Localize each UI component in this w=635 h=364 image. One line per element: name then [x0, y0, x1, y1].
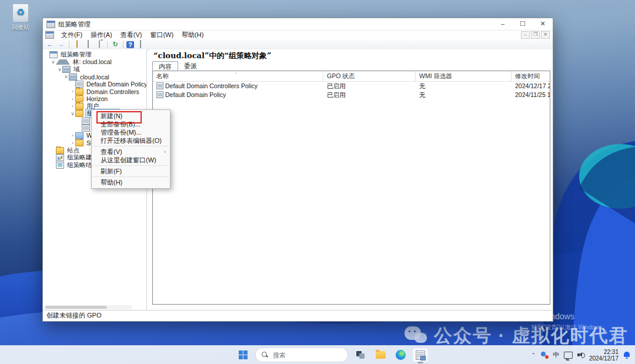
gpo-icon: [82, 118, 90, 125]
table-row[interactable]: Default Domain Policy 已启用 无 2024/11/25 1…: [153, 91, 550, 99]
chevron-down-icon[interactable]: ∨: [63, 74, 69, 79]
tray-user-status-icon[interactable]: [540, 352, 548, 358]
menu-window[interactable]: 窗口(W): [146, 31, 178, 39]
modeling-icon: [56, 154, 64, 161]
console-tree-icon[interactable]: [83, 41, 93, 49]
search-icon: [262, 352, 268, 358]
gpo-list: 名称 ˆ GPO 状态 WMI 筛选器 修改时间 Default Domain …: [152, 71, 550, 305]
tray-overflow-chevron[interactable]: ⌃: [531, 352, 536, 358]
child-close-button[interactable]: ✕: [541, 31, 550, 39]
network-icon[interactable]: [564, 352, 573, 359]
tab-delegation[interactable]: 委派: [178, 61, 203, 71]
menu-view[interactable]: 查看(V): [116, 31, 146, 39]
ime-indicator[interactable]: 中: [553, 350, 559, 359]
column-header-modified[interactable]: 修改时间: [512, 71, 550, 81]
search-input[interactable]: [272, 351, 327, 359]
ou-folder-icon: [75, 88, 83, 95]
results-tabs: 内容 委派: [152, 61, 203, 71]
forward-icon[interactable]: →: [56, 41, 66, 49]
chevron-right-icon[interactable]: ›: [70, 133, 75, 138]
menu-help[interactable]: 帮助(H): [178, 31, 208, 39]
sort-ascending-icon: ˆ: [235, 71, 237, 79]
domains-icon: [62, 66, 71, 73]
minimize-button[interactable]: –: [493, 18, 513, 30]
back-icon[interactable]: ←: [45, 41, 55, 49]
console-icon: [45, 31, 54, 39]
edge-icon: [396, 350, 406, 360]
tab-contents[interactable]: 内容: [152, 61, 178, 71]
sites-folder-icon: [56, 147, 64, 154]
menu-item-open-migration-table-editor[interactable]: 打开迁移表编辑器(O): [92, 136, 170, 145]
notification-bell-icon[interactable]: [623, 351, 630, 359]
task-view-button[interactable]: [353, 348, 368, 362]
taskbar-search[interactable]: [255, 348, 348, 362]
gpo-icon: [82, 125, 90, 132]
tree-item-domain-cloud-local[interactable]: ∨ cloud.local: [43, 74, 146, 81]
tree-item-horizon[interactable]: › Horizon: [43, 95, 146, 103]
menu-item-view[interactable]: 查看(V) ›: [92, 148, 170, 156]
list-header: 名称 ˆ GPO 状态 WMI 筛选器 修改时间: [153, 71, 550, 82]
child-restore-button[interactable]: ❐: [531, 31, 540, 39]
close-button[interactable]: ✕: [533, 18, 553, 30]
ou-folder-icon: [75, 95, 83, 102]
chevron-right-icon[interactable]: ›: [70, 96, 75, 102]
table-row[interactable]: Default Domain Controllers Policy 已启用 无 …: [153, 82, 550, 90]
folder-icon: [376, 351, 386, 359]
task-view-icon: [356, 351, 365, 359]
tree-item-domain-controllers[interactable]: › Domain Controllers: [43, 88, 146, 96]
chevron-right-icon[interactable]: ›: [70, 141, 75, 146]
recycle-bin-icon: [12, 4, 29, 22]
menu-separator: [93, 165, 169, 166]
column-header-name[interactable]: 名称 ˆ: [153, 71, 323, 81]
chevron-right-icon[interactable]: ›: [70, 103, 75, 109]
menu-file[interactable]: 文件(F): [57, 31, 86, 39]
wmi-folder-icon: [75, 132, 83, 139]
menu-action[interactable]: 操作(A): [86, 31, 116, 39]
start-button[interactable]: [235, 348, 250, 362]
window-titlebar[interactable]: 组策略管理 – ☐ ✕: [43, 18, 553, 30]
results-pane: “cloud.local”中的“组策略对象” 内容 委派 名称 ˆ GPO 状态…: [149, 49, 553, 310]
tray-date: 2024/12/17: [589, 355, 619, 362]
gpo-icon: [156, 91, 163, 98]
column-header-gpo-status[interactable]: GPO 状态: [323, 71, 416, 81]
maximize-button[interactable]: ☐: [513, 18, 533, 30]
wechat-icon: [405, 325, 428, 346]
menu-item-manage-backups[interactable]: 管理备份(M)...: [92, 128, 170, 136]
recycle-bin-shortcut[interactable]: 回收站: [4, 4, 38, 34]
tree-horizontal-scrollbar[interactable]: [44, 305, 132, 309]
chevron-right-icon[interactable]: ›: [70, 89, 75, 94]
new-window-icon[interactable]: [136, 41, 145, 49]
desktop: 回收站 公众号 · 虚拟化时代君 组策略管理 – ☐ ✕ 文件(F) 操作(A)…: [0, 0, 635, 364]
child-minimize-button[interactable]: –: [521, 31, 530, 39]
starter-gpo-folder-icon: [75, 139, 83, 146]
chevron-down-icon[interactable]: ∨: [51, 59, 56, 65]
gpo-folder-icon: [75, 110, 83, 117]
menu-item-refresh[interactable]: 刷新(F): [92, 167, 170, 175]
gpmc-taskbar-button[interactable]: [413, 348, 428, 362]
file-explorer-button[interactable]: [373, 348, 388, 362]
watermark-line1: 激活 Windows: [522, 312, 608, 322]
chevron-down-icon[interactable]: ∨: [70, 111, 75, 116]
menu-item-new-window-from-here[interactable]: 从这里创建窗口(W): [92, 156, 170, 164]
tree-item-default-domain-policy[interactable]: Default Domain Policy: [43, 81, 146, 88]
gpmc-app-icon: [46, 21, 55, 28]
domain-icon: [69, 74, 77, 81]
activation-watermark: 激活 Windows 转到“设置”以激活 Windows。: [522, 312, 608, 332]
menu-item-help[interactable]: 帮助(H): [92, 178, 170, 186]
tree-item-forest[interactable]: ∨ 林: cloud.local: [43, 59, 146, 66]
properties-icon[interactable]: [95, 41, 104, 49]
toolbar-divider: [123, 41, 123, 48]
edge-button[interactable]: [393, 348, 408, 362]
refresh-icon[interactable]: ↻: [111, 41, 120, 49]
export-list-icon[interactable]: [72, 41, 82, 49]
submenu-arrow-icon: ›: [164, 148, 166, 156]
toolbar: ← → ↻ ?: [43, 39, 553, 50]
chevron-down-icon[interactable]: ∨: [57, 67, 62, 72]
help-icon[interactable]: ?: [126, 41, 134, 48]
gpo-link-icon: [75, 81, 83, 88]
volume-icon[interactable]: [577, 352, 584, 358]
column-header-wmi-filter[interactable]: WMI 筛选器: [416, 71, 512, 81]
taskbar-clock[interactable]: 22:31 2024/12/17: [589, 349, 619, 362]
tree-item-gpmc-root[interactable]: 组策略管理: [43, 51, 146, 59]
tree-item-domains[interactable]: ∨ 域: [43, 66, 146, 74]
